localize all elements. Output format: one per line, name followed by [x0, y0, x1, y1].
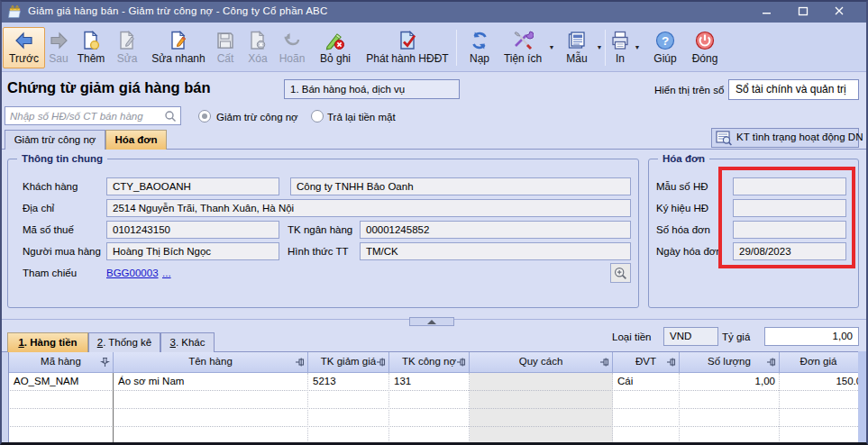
grid-column-header[interactable]: Đơn giá	[780, 352, 858, 373]
window-title: Giảm giá hàng bán - Giảm trừ công nợ - C…	[28, 5, 327, 16]
buyer-field[interactable]: Hoàng Thị Bích Ngọc	[106, 242, 279, 260]
next-button[interactable]: Sau	[45, 27, 72, 68]
utilities-button[interactable]: Tiện ích	[498, 27, 548, 68]
close-button[interactable]	[826, 1, 853, 21]
address-field[interactable]: 2514 Nguyễn Trãi, Thanh Xuân, Hà Nội	[106, 199, 631, 217]
printer-icon	[608, 28, 632, 51]
delete-button[interactable]: Xóa	[240, 27, 276, 68]
undo-button[interactable]: Hoãn	[272, 27, 312, 68]
add-button[interactable]: Thêm	[72, 27, 110, 68]
payment-method-field[interactable]: TM/CK	[360, 242, 631, 260]
grid-column-header[interactable]: Số lượng	[680, 352, 780, 373]
radio-tra-lai-tien-mat-label: Trả lại tiền mặt	[327, 111, 396, 123]
tab-hoa-don[interactable]: Hóa đơn	[105, 130, 167, 150]
unpost-button[interactable]: Bỏ ghi	[312, 27, 359, 68]
help-button[interactable]: ? Giúp	[645, 27, 685, 68]
tab-hang-tien[interactable]: 1. Hàng tiền	[7, 332, 88, 352]
search-icon	[164, 110, 177, 124]
tab-giam-tru-cong-no[interactable]: Giảm trừ công nợ	[5, 130, 105, 150]
column-pin-icon	[100, 357, 110, 368]
invoice-number-label: Số hóa đơn	[656, 224, 710, 236]
svg-text:?: ?	[662, 34, 669, 48]
column-pin-icon	[599, 357, 609, 368]
invoice-series-label: Ký hiệu HĐ	[656, 203, 708, 214]
invoice-template-label: Mẫu số HĐ	[656, 181, 708, 193]
arrow-left-icon	[4, 28, 44, 51]
grid-cell[interactable]: Cái	[613, 373, 680, 391]
customer-code-field[interactable]: CTY_BAOOANH	[106, 177, 279, 195]
check-business-status-button[interactable]: KT tình trạng hoạt động DN	[711, 128, 859, 148]
tax-code-field[interactable]: 0101243150	[106, 221, 279, 239]
grid-column-header[interactable]: TK công nợ	[389, 352, 470, 373]
print-button[interactable]: In	[608, 27, 633, 68]
bank-account-label: TK ngân hàng	[288, 224, 352, 236]
utilities-dropdown-caret[interactable]: ▼	[546, 41, 557, 54]
exchange-rate-field[interactable]: 1,00	[764, 327, 859, 346]
maximize-button[interactable]	[790, 1, 817, 21]
quick-edit-button[interactable]: Sửa nhanh	[144, 27, 213, 68]
grid-row-separator	[2, 390, 858, 391]
bank-account-field[interactable]: 00001245852	[360, 221, 631, 239]
grid-column-header-label: Tên hàng	[188, 356, 233, 367]
grid-column-header-label: TK giảm giá	[321, 356, 376, 367]
reference-link[interactable]: BGG00003	[106, 268, 159, 279]
tab-khac[interactable]: 3. Khác	[160, 332, 215, 352]
power-close-icon	[686, 28, 724, 51]
grid-cell[interactable]: 131	[389, 373, 470, 391]
zoom-button[interactable]	[610, 263, 631, 283]
template-button[interactable]: Mẫu	[559, 27, 595, 68]
issue-einvoice-button[interactable]: Phát hành HĐĐT	[357, 27, 458, 68]
customer-name-field[interactable]: Công ty TNHH Bảo Oanh	[290, 177, 631, 195]
print-dropdown-caret[interactable]: ▼	[632, 41, 643, 54]
template-dropdown-caret[interactable]: ▼	[594, 41, 605, 54]
grid-column-header[interactable]: ĐVT	[613, 352, 680, 373]
reference-more-link[interactable]: ...	[162, 268, 171, 279]
application-window: Giảm giá hàng bán - Giảm trừ công nợ - C…	[0, 0, 868, 445]
save-button[interactable]: Cất	[211, 27, 240, 68]
undo-icon	[273, 28, 311, 51]
grid-row-indicator-column	[2, 352, 9, 442]
doc-type-combobox[interactable]: 1. Bán hàng hoá, dịch vụ	[284, 79, 460, 99]
grid-column-header[interactable]: Mã hàng	[9, 352, 114, 373]
previous-button[interactable]: Trước	[3, 27, 45, 68]
grid-cell[interactable]: 5213	[308, 373, 389, 391]
grid-cell[interactable]: Áo sơ mi Nam	[114, 373, 308, 391]
exchange-rate-label: Tỷ giá	[722, 331, 750, 342]
address-label: Địa chỉ	[23, 203, 54, 214]
grid-column-header-label: ĐVT	[635, 356, 656, 367]
radio-tra-lai-tien-mat[interactable]	[311, 110, 324, 123]
grid-cell[interactable]: AO_SM_NAM	[9, 373, 114, 391]
tools-icon	[498, 28, 547, 51]
help-icon: ?	[646, 28, 684, 51]
grid-cell[interactable]: 150.000,00	[780, 373, 858, 391]
refresh-icon	[464, 28, 495, 51]
grid-column-header[interactable]: TK giảm giá	[308, 352, 389, 373]
grid-column-separator	[388, 373, 389, 442]
grid-column-separator	[612, 373, 613, 442]
toolbar: Trước Sau Thêm Sửa Sửa nhanh Cất Xóa Ho	[0, 23, 868, 72]
new-document-icon	[73, 28, 109, 51]
refresh-button[interactable]: Nạp	[463, 27, 496, 68]
grid-column-separator	[307, 373, 308, 442]
currency-field[interactable]: VND	[663, 327, 718, 346]
title-bar: Giảm giá hàng bán - Giảm trừ công nợ - C…	[0, 0, 868, 23]
toolbar-separator	[456, 30, 457, 66]
display-on-book-combobox[interactable]: Sổ tài chính và quản trị	[728, 79, 859, 100]
grid-vertical-scrollbar[interactable]	[858, 351, 866, 442]
reference-label: Tham chiếu	[23, 268, 77, 279]
edit-button[interactable]: Sửa	[110, 27, 144, 68]
tab-thong-ke[interactable]: 2. Thống kê	[88, 332, 160, 352]
invoice-date-label: Ngày hóa đơn	[656, 246, 722, 258]
grid-cell[interactable]: 1,00	[680, 373, 780, 391]
radio-giam-tru-cong-no[interactable]	[198, 110, 211, 123]
close-form-button[interactable]: Đóng	[685, 27, 725, 68]
save-floppy-icon	[212, 28, 239, 51]
grid-column-header[interactable]: Quy cách	[470, 352, 613, 373]
search-input[interactable]: Nhập số HĐ/số CT bán hàng	[5, 106, 181, 125]
page-title: Chứng từ giảm giá hàng bán	[7, 79, 211, 96]
minimize-button[interactable]	[754, 1, 781, 21]
radio-giam-tru-cong-no-label: Giảm trừ công nợ	[216, 111, 298, 123]
buyer-label: Người mua hàng	[23, 246, 101, 258]
grid-column-header[interactable]: Tên hàng	[114, 352, 308, 373]
splitter-handle[interactable]	[409, 317, 454, 326]
